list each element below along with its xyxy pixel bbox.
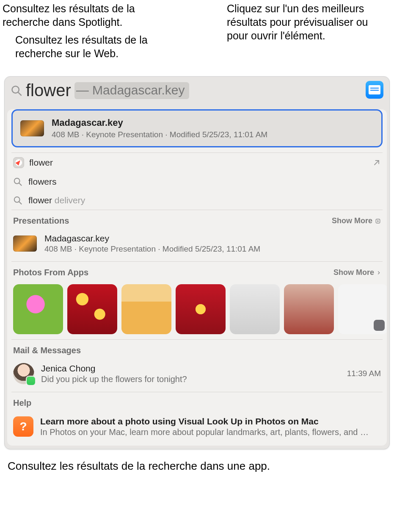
search-query-text: flower [26,81,71,100]
search-icon [11,85,22,97]
keynote-app-icon[interactable] [366,81,383,99]
results-body: Madagascar.key 408 MB · Keynote Presenta… [7,109,387,446]
photo-thumb[interactable] [13,284,63,334]
section-title: Photos From Apps [13,268,88,277]
presentation-title: Madagascar.key [44,233,260,244]
suggestion-label: flower delivery [28,195,85,205]
photo-thumb[interactable] [121,284,171,334]
svg-line-6 [19,202,22,204]
help-icon: ? [13,416,33,437]
section-header-help: Help [7,392,387,411]
section-header-photos: Photos From Apps Show More [7,262,387,281]
web-suggestion-flower-delivery[interactable]: flower delivery [7,191,387,210]
show-more-label: Show More [332,216,372,225]
svg-point-0 [12,86,19,93]
messages-app-badge-icon [27,377,35,385]
suggestion-label: flower [29,158,53,168]
show-more-presentations[interactable]: Show More [332,216,381,225]
help-title: Learn more about a photo using Visual Lo… [40,416,370,427]
keynote-thumb-icon [13,236,37,252]
help-result[interactable]: ? Learn more about a photo using Visual … [7,411,387,445]
web-suggestion-flowers[interactable]: flowers [7,172,387,191]
search-icon [13,196,22,205]
photo-thumb[interactable] [284,284,334,334]
web-suggestion-safari[interactable]: flower [7,153,387,172]
keynote-thumb-icon [20,120,44,136]
message-sender: Jenica Chong [41,363,187,374]
photo-thumb[interactable] [230,284,280,334]
show-more-label: Show More [333,268,374,277]
contact-avatar [13,363,34,384]
search-icon [13,177,22,186]
presentation-result[interactable]: Madagascar.key 408 MB · Keynote Presenta… [7,229,387,261]
suggestion-suffix: delivery [55,195,85,205]
suggestion-label: flowers [28,177,57,187]
svg-line-4 [19,183,22,186]
message-result[interactable]: Jenica Chong Did you pick up the flowers… [7,359,387,392]
svg-marker-8 [377,220,379,222]
callouts-top: Consultez les résultats de la recherche … [0,0,394,76]
presentation-subtitle: 408 MB · Keynote Presentation · Modified… [44,244,260,254]
help-subtitle: In Photos on your Mac, learn more about … [40,427,370,437]
search-completion-chip: — Madagascar.key [74,82,189,99]
callout-click-top-hit: Cliquez sur l'un des meilleurs résultats… [227,2,388,42]
section-title: Presentations [13,216,69,226]
section-title: Mail & Messages [13,346,81,355]
search-bar[interactable]: flower — Madagascar.key [5,77,389,106]
suggestion-main: flower [28,195,55,205]
svg-line-1 [18,92,22,96]
show-more-photos[interactable]: Show More [333,268,381,277]
section-header-presentations: Presentations Show More [7,210,387,229]
photos-strip [7,281,387,339]
top-hit-title: Madagascar.key [52,117,267,128]
svg-point-5 [14,197,20,202]
completion-dash: — [76,83,92,97]
message-time: 11:39 AM [347,369,381,378]
top-hit-subtitle: 408 MB · Keynote Presentation · Modified… [52,130,267,139]
spotlight-window: flower — Madagascar.key Madagascar.key 4… [4,76,390,449]
callout-spotlight-results: Consultez les résultats de la recherche … [3,2,180,29]
photo-thumb[interactable] [338,284,387,334]
section-title: Help [13,398,31,408]
safari-icon [13,157,24,168]
svg-line-2 [375,161,379,165]
section-header-mail: Mail & Messages [7,340,387,359]
open-external-icon [372,158,381,167]
svg-point-3 [14,178,20,184]
completion-text: Madagascar.key [92,83,185,97]
message-preview: Did you pick up the flowers for tonight? [41,374,187,384]
photo-thumb[interactable] [176,284,226,334]
photo-thumb[interactable] [67,284,117,334]
callout-app-results: Consultez les résultats de la recherche … [0,454,394,481]
callout-web-results: Consultez les résultats de la recherche … [15,33,193,60]
top-hit-result[interactable]: Madagascar.key 408 MB · Keynote Presenta… [11,109,383,147]
